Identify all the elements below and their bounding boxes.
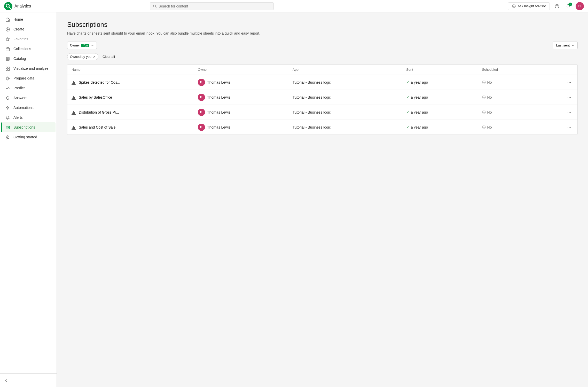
help-icon: ? [555,4,559,9]
sidebar-item-favorites[interactable]: Favorites [1,34,56,44]
row-3-more-button[interactable]: ··· [565,123,573,131]
row-2-scheduled: No [487,110,492,114]
svg-rect-27 [74,82,75,84]
chart-bar-icon [72,80,76,85]
insight-advisor-button[interactable]: Ask Insight Advisor [508,2,550,10]
table-row[interactable]: Sales and Cost of Sale ... TL Thomas Lew… [67,120,577,135]
sidebar-item-prepare[interactable]: Prepare data [1,73,56,83]
sidebar-item-collections-label: Collections [13,47,31,51]
insight-advisor-label: Ask Insight Advisor [518,4,546,8]
row-1-more-button[interactable]: ··· [565,93,573,101]
sidebar-item-home-label: Home [13,17,23,21]
svg-text:?: ? [556,5,558,8]
sidebar-collapse-button[interactable] [0,376,57,385]
svg-rect-19 [6,69,7,70]
topbar-right: Ask Insight Advisor ? 1 TL [508,2,584,10]
owner-label: Owner [70,43,80,47]
row-1-actions: ··· [558,93,573,101]
predict-icon [5,86,10,90]
notifications-button[interactable]: 1 [564,2,573,10]
svg-rect-34 [72,99,76,100]
owner-filter-button[interactable]: Owner You [67,42,97,49]
main-content: Subscriptions Have charts or sheets sent… [57,12,588,387]
row-1-sent-cell: ✓ a year ago [406,95,482,99]
chevron-down-icon [91,44,94,47]
sidebar-item-visualize-label: Visualize and analyze [13,66,48,70]
clear-all-button[interactable]: Clear all [100,53,117,60]
svg-marker-11 [6,37,10,41]
no-schedule-icon [482,96,486,99]
row-0-scheduled: No [487,80,492,84]
sidebar-item-create[interactable]: Create [1,24,56,34]
create-icon [5,27,10,31]
svg-rect-28 [72,84,76,85]
home-icon [5,17,10,22]
search-input[interactable] [159,4,270,8]
svg-point-24 [7,137,8,137]
search-bar[interactable] [150,2,274,10]
row-0-more-button[interactable]: ··· [565,78,573,86]
svg-rect-26 [73,81,74,84]
collection-icon [5,46,10,51]
row-2-more-button[interactable]: ··· [565,108,573,116]
help-button[interactable]: ? [553,2,561,10]
active-filters: Owned by you ✕ Clear all [67,53,578,60]
sidebar-item-visualize[interactable]: Visualize and analyze [1,64,56,73]
star-icon [5,37,10,41]
table-row[interactable]: Distribution of Gross Pr... TL Thomas Le… [67,105,577,120]
logo[interactable]: Analytics [4,2,31,10]
sidebar-item-subscriptions[interactable]: Subscriptions [1,122,56,132]
svg-rect-38 [73,111,74,114]
chevron-down-icon-right [571,44,574,47]
app-name: Analytics [14,4,31,9]
row-name-cell: Spikes detected for Cos... [72,80,198,85]
row-2-scheduled-cell: No [482,110,558,114]
sidebar-item-collections[interactable]: Collections [1,44,56,54]
sidebar-item-getting-started-label: Getting started [13,135,37,139]
row-2-sent-cell: ✓ a year ago [406,110,482,114]
automations-icon [5,105,10,110]
svg-rect-32 [73,96,74,99]
svg-rect-31 [72,98,73,99]
sent-check-icon: ✓ [406,125,409,129]
row-1-sent: a year ago [411,95,428,99]
svg-point-0 [4,2,12,10]
sidebar-item-automations[interactable]: Automations [1,103,56,113]
sidebar-item-getting-started[interactable]: Getting started [1,132,56,142]
row-name-cell: Sales and Cost of Sale ... [72,125,198,130]
row-1-scheduled: No [487,95,492,99]
table-row[interactable]: Sales by SalesOffice TL Thomas Lewis Tut… [67,90,577,105]
row-1-app: Tutorial - Business logic [293,95,406,99]
no-schedule-icon [482,81,486,84]
sent-check-icon: ✓ [406,110,409,114]
filter-chip-close-icon[interactable]: ✕ [93,55,96,59]
row-0-owner-avatar: TL [198,79,205,86]
sidebar-item-catalog-label: Catalog [13,57,26,61]
sidebar-item-alerts[interactable]: Alerts [1,113,56,122]
row-0-owner-name: Thomas Lewis [207,80,230,84]
last-sent-button[interactable]: Last sent [553,42,578,49]
svg-rect-20 [8,69,10,70]
row-3-actions: ··· [558,123,573,131]
row-0-name: Spikes detected for Cos... [79,80,120,84]
sent-check-icon: ✓ [406,95,409,99]
svg-point-22 [6,97,9,99]
row-0-actions: ··· [558,78,573,86]
sidebar-item-answers[interactable]: Answers [1,93,56,103]
owned-by-you-chip[interactable]: Owned by you ✕ [67,53,98,60]
row-1-name: Sales by SalesOffice [79,95,112,99]
svg-rect-37 [72,113,73,114]
topbar: Analytics Ask Insight Advisor ? [0,0,588,12]
sidebar-item-predict[interactable]: Predict [1,83,56,93]
col-actions [558,68,573,72]
qlik-logo-icon [4,2,12,10]
svg-point-21 [7,78,9,79]
sidebar-item-catalog[interactable]: Catalog [1,54,56,64]
table-row[interactable]: Spikes detected for Cos... TL Thomas Lew… [67,75,577,90]
svg-rect-12 [6,48,10,51]
sidebar-item-home[interactable]: Home [1,14,56,24]
sent-check-icon: ✓ [406,80,409,84]
user-avatar[interactable]: TL [576,2,584,10]
chart-bar-icon [72,125,76,130]
row-1-owner-avatar: TL [198,94,205,101]
